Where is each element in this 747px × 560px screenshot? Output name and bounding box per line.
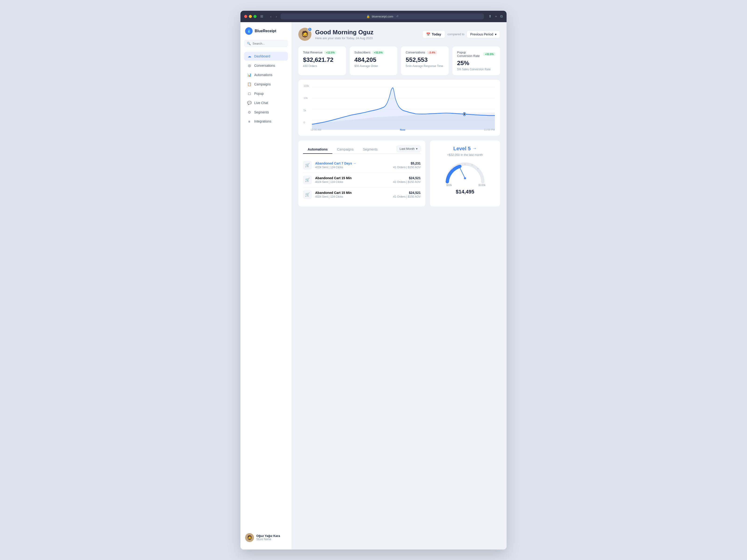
address-bar[interactable]: 🔒 bluereceipt.com ↺ — [281, 14, 484, 19]
dashboard-header: 🧔 5 Good Morning Oguz Here are your stat… — [298, 28, 500, 41]
user-avatar-large: 🧔 5 — [298, 28, 311, 41]
gauge-svg: $50k $100k — [444, 161, 486, 184]
y-label-5k: 5k — [304, 109, 309, 112]
minimize-button[interactable] — [249, 15, 252, 18]
main-content: 🧔 5 Good Morning Oguz Here are your stat… — [292, 22, 507, 550]
dashboard-icon: ☁ — [247, 54, 252, 58]
row-name-0: Abandoned Cart 7 Days → — [315, 161, 393, 165]
stat-card-3: Popup Conversion Rate +32.5% 25% 5% Sale… — [453, 47, 500, 75]
period-selector[interactable]: Previous Period ▾ — [467, 30, 500, 38]
stat-value-2: 552,553 — [406, 56, 444, 63]
sidebar-item-conversations[interactable]: ◎Conversations — [244, 61, 288, 70]
stat-card-1: Subscribers +32.5% 484,205 $56 Average O… — [350, 47, 397, 75]
filter-label: Last Month — [400, 147, 415, 151]
tab-automations[interactable]: Automations — [303, 145, 332, 154]
sidebar-item-label-segments: Segments — [254, 110, 269, 114]
popup-icon: ◻ — [247, 91, 252, 96]
back-button[interactable]: ‹ — [269, 14, 273, 19]
greeting-section: Good Morning Oguz Here are your stats fo… — [315, 29, 374, 40]
tab-bar: Automations Campaigns Segments Last Mont… — [303, 145, 421, 154]
automation-list: 🛒 Abandoned Cart 7 Days → 4024 Sent | 12… — [303, 158, 421, 202]
search-box[interactable]: 🔍 — [244, 40, 288, 47]
sidebar-item-label-dashboard: Dashboard — [254, 54, 270, 58]
sidebar-item-label-integrations: Integrations — [254, 119, 271, 123]
nav-list: ☁Dashboard◎Conversations📊Automations📋Cam… — [244, 52, 288, 126]
header-right: 📅 Today compared to Previous Period ▾ — [422, 30, 500, 38]
stat-badge-3: +32.5% — [483, 52, 495, 56]
svg-point-13 — [478, 168, 478, 169]
search-icon: 🔍 — [247, 42, 251, 45]
sidebar-item-livechat[interactable]: 💬Live Chat — [244, 99, 288, 107]
stat-sub-3: 5% Sales Conversion Rate — [457, 68, 495, 71]
svg-point-11 — [465, 164, 465, 164]
automations-icon: 📊 — [247, 73, 252, 77]
search-input[interactable] — [253, 42, 285, 45]
sidebar-item-popup[interactable]: ◻Popup — [244, 89, 288, 98]
stat-value-0: $32,621.72 — [303, 56, 341, 63]
url-text: bluereceipt.com — [372, 15, 393, 18]
segments-icon: ⊙ — [247, 110, 252, 114]
filter-button[interactable]: Last Month ▾ — [396, 145, 421, 152]
app-layout: 💧 BlueReceipt 🔍 ☁Dashboard◎Conversations… — [240, 22, 507, 550]
notification-badge: 5 — [308, 27, 312, 31]
row-info-0: Abandoned Cart 7 Days → 4024 Sent | 124 … — [315, 161, 393, 169]
new-tab-icon[interactable]: + — [495, 14, 497, 19]
chart-svg — [304, 84, 495, 131]
row-info-2: Abandoned Cart 15 Min 4024 Sent | 124 Cl… — [315, 191, 393, 198]
y-label-10k: 10k — [304, 97, 309, 99]
share-icon[interactable]: ⬆ — [489, 14, 492, 19]
close-button[interactable] — [244, 15, 247, 18]
sidebar-item-label-campaigns: Campaigns — [254, 82, 271, 86]
level-title: Level 5 — [453, 145, 471, 152]
sidebar-item-automations[interactable]: 📊Automations — [244, 71, 288, 79]
sidebar-toggle-icon[interactable]: ⊞ — [259, 14, 264, 19]
reload-icon[interactable]: ↺ — [396, 15, 398, 18]
sidebar-item-integrations[interactable]: ≡Integrations — [244, 117, 288, 126]
automations-card: Automations Campaigns Segments Last Mont… — [298, 140, 425, 207]
chart-y-labels: 100k 10k 5k 0 — [304, 84, 309, 124]
compared-to-text: compared to — [447, 32, 464, 36]
stat-card-0: Total Revenue +12.5% $32,621.72 433 Orde… — [298, 47, 346, 75]
user-info: Oğuz Yağız Kara Store Name — [256, 534, 280, 541]
chevron-down-icon: ▾ — [495, 32, 496, 36]
integrations-icon: ≡ — [247, 119, 252, 124]
duplicate-icon[interactable]: ⧉ — [500, 14, 503, 19]
maximize-button[interactable] — [254, 15, 257, 18]
arrow-icon[interactable]: → — [472, 146, 477, 151]
sidebar-item-dashboard[interactable]: ☁Dashboard — [244, 52, 288, 61]
traffic-lights — [244, 15, 257, 18]
y-label-0: 0 — [304, 121, 309, 124]
tab-segments[interactable]: Segments — [358, 145, 382, 154]
today-button[interactable]: 📅 Today — [422, 30, 445, 38]
forward-button[interactable]: › — [275, 14, 278, 19]
svg-point-5 — [464, 113, 465, 115]
browser-nav: ‹ › — [269, 14, 278, 19]
tab-campaigns[interactable]: Campaigns — [332, 145, 358, 154]
cart-icon: 🛒 — [303, 190, 312, 199]
x-label-end: 11:59 PM — [484, 128, 495, 131]
x-label-now: Now — [400, 128, 405, 131]
stat-badge-2: -3.4% — [427, 51, 437, 54]
svg-point-14 — [458, 164, 459, 165]
table-row[interactable]: 🛒 Abandoned Cart 15 Min 4024 Sent | 124 … — [303, 173, 421, 187]
table-row[interactable]: 🛒 Abandoned Cart 7 Days → 4024 Sent | 12… — [303, 158, 421, 173]
sidebar-item-campaigns[interactable]: 📋Campaigns — [244, 80, 288, 89]
greeting-subtitle: Here are your stats for Today, 24 Aug 20… — [315, 36, 374, 40]
row-info-1: Abandoned Cart 15 Min 4024 Sent | 124 Cl… — [315, 176, 393, 184]
store-name: Store Name — [256, 538, 280, 541]
row-name-1: Abandoned Cart 15 Min — [315, 176, 393, 180]
avatar: 🧔 — [245, 533, 254, 542]
stat-header-1: Subscribers +32.5% — [354, 51, 393, 54]
stat-badge-0: +12.5% — [324, 51, 336, 54]
row-amount-2: $24,521 — [393, 191, 421, 195]
svg-point-8 — [464, 177, 466, 179]
sidebar: 💧 BlueReceipt 🔍 ☁Dashboard◎Conversations… — [240, 22, 292, 550]
tab-automations-label: Automations — [308, 148, 328, 151]
sidebar-item-segments[interactable]: ⊙Segments — [244, 108, 288, 117]
bottom-grid: Automations Campaigns Segments Last Mont… — [298, 140, 500, 207]
svg-point-15 — [452, 168, 453, 169]
stat-sub-1: $56 Average Order — [354, 64, 393, 68]
table-row[interactable]: 🛒 Abandoned Cart 15 Min 4024 Sent | 124 … — [303, 187, 421, 202]
level-header: Level 5 → — [453, 145, 477, 152]
row-amount-1: $24,521 — [393, 176, 421, 180]
